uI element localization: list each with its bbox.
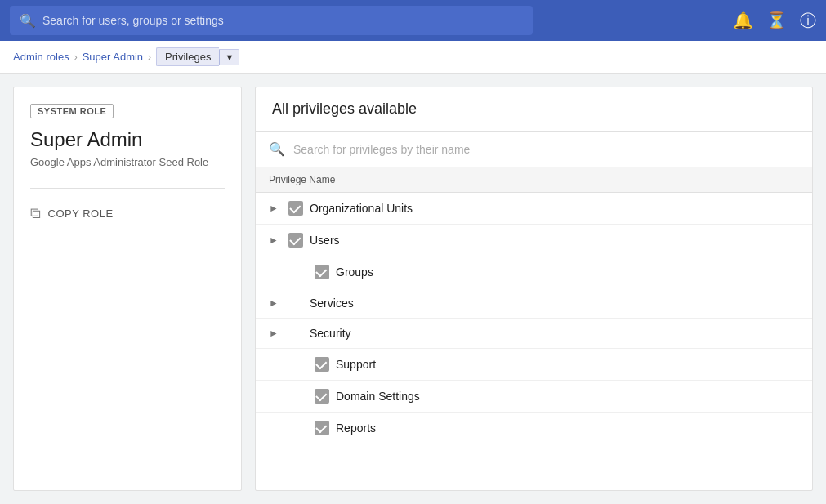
privilege-name: Support (336, 358, 376, 371)
left-panel: SYSTEM ROLE Super Admin Google Apps Admi… (13, 87, 242, 491)
privilege-checkbox[interactable] (315, 357, 329, 372)
privilege-search-icon: 🔍 (269, 141, 285, 157)
copy-role-button[interactable]: ⧉ COPY ROLE (30, 202, 114, 225)
privilege-row: ►Security (256, 319, 812, 349)
search-input[interactable] (42, 14, 523, 27)
privilege-row: ►Users (256, 225, 812, 256)
right-panel: All privileges available 🔍 Privilege Nam… (255, 87, 813, 491)
topbar-icons: 🔔 ⏳ ⓘ (733, 10, 816, 32)
privilege-row: ►Organizational Units (256, 193, 812, 225)
role-name: Super Admin (30, 128, 225, 151)
expand-arrow[interactable]: ► (269, 203, 282, 214)
breadcrumb-sep-2: › (148, 51, 151, 63)
breadcrumb-sep-1: › (74, 51, 78, 63)
privilege-row: Reports (256, 413, 812, 444)
privilege-row: ►Services (256, 288, 812, 319)
privilege-row: Groups (256, 256, 812, 288)
privilege-checkbox[interactable] (315, 389, 329, 404)
copy-role-label: COPY ROLE (48, 207, 114, 220)
privilege-checkbox[interactable] (315, 421, 329, 435)
panel-header: All privileges available (256, 87, 812, 132)
main-layout: SYSTEM ROLE Super Admin Google Apps Admi… (0, 74, 826, 504)
role-description: Google Apps Administrator Seed Role (30, 156, 225, 168)
privilege-search-bar[interactable]: 🔍 (256, 132, 812, 167)
breadcrumb: Admin roles › Super Admin › Privileges ▼ (0, 41, 826, 74)
privilege-table: Privilege Name ►Organizational Units►Use… (256, 167, 812, 444)
copy-icon: ⧉ (30, 205, 42, 222)
privilege-checkbox[interactable] (288, 201, 303, 216)
privilege-row: Domain Settings (256, 381, 812, 413)
privilege-name: Reports (336, 421, 376, 435)
expand-arrow[interactable]: ► (269, 234, 282, 246)
system-role-badge: SYSTEM ROLE (30, 104, 114, 118)
privilege-name: Users (310, 234, 340, 247)
hourglass-icon[interactable]: ⏳ (766, 11, 787, 30)
expand-arrow[interactable]: ► (269, 328, 282, 339)
privilege-search-input[interactable] (293, 143, 799, 156)
breadcrumb-dropdown-button[interactable]: ▼ (219, 49, 239, 65)
bell-icon[interactable]: 🔔 (733, 11, 753, 30)
help-icon[interactable]: ⓘ (800, 10, 816, 32)
privilege-checkbox[interactable] (315, 265, 329, 279)
divider (30, 188, 225, 189)
search-container[interactable]: 🔍 (10, 6, 533, 35)
privilege-checkbox[interactable] (288, 233, 303, 248)
breadcrumb-super-admin[interactable]: Super Admin (83, 51, 143, 63)
privilege-col-header: Privilege Name (256, 167, 812, 193)
breadcrumb-admin-roles[interactable]: Admin roles (13, 51, 69, 63)
privilege-name: Groups (336, 265, 373, 279)
privilege-name: Services (310, 297, 354, 310)
search-icon: 🔍 (20, 13, 36, 29)
expand-arrow[interactable]: ► (269, 297, 282, 309)
breadcrumb-current-label: Privileges (156, 47, 219, 66)
privilege-name: Organizational Units (310, 202, 413, 215)
topbar: 🔍 🔔 ⏳ ⓘ (0, 0, 826, 41)
breadcrumb-current: Privileges ▼ (156, 47, 239, 66)
privilege-row: Support (256, 349, 812, 381)
privilege-name: Domain Settings (336, 390, 420, 403)
privilege-name: Security (310, 327, 351, 340)
